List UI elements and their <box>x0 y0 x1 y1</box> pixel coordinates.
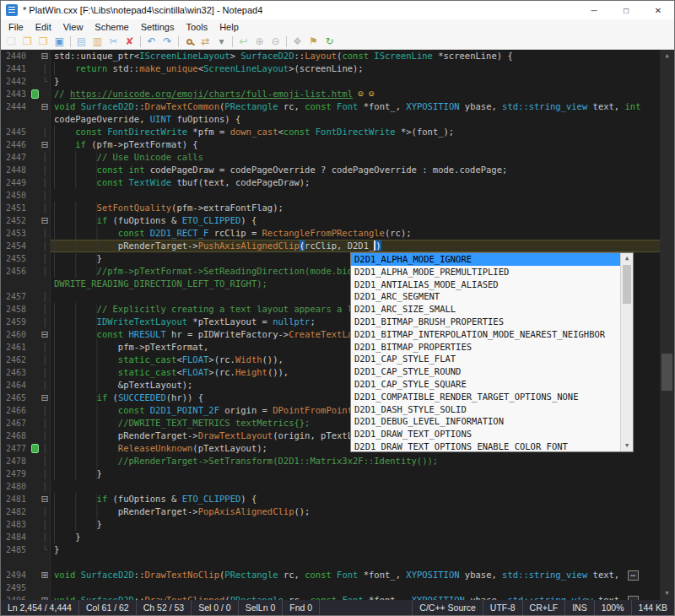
menu-item-scheme[interactable]: Scheme <box>89 21 134 33</box>
code-row[interactable]: 2485└} <box>1 543 660 556</box>
autocomplete-item[interactable]: D2D1_CAP_STYLE_SQUARE <box>351 378 620 391</box>
bookmark-margin[interactable] <box>30 62 40 75</box>
status-segment[interactable]: 100% <box>594 600 631 615</box>
line-number[interactable] <box>1 113 30 126</box>
title-bar[interactable]: * PlatWin.cxx [F:\Libs\notepad4\scintill… <box>1 1 674 19</box>
autocomplete-item[interactable]: D2D1_DRAW_TEXT_OPTIONS_ENABLE_COLOR_FONT <box>351 440 620 451</box>
bookmark-margin[interactable] <box>30 227 40 240</box>
line-number[interactable]: 2457 <box>1 290 30 303</box>
status-segment[interactable]: UTF-8 <box>483 600 522 615</box>
fold-margin[interactable]: │ <box>40 164 51 176</box>
fold-margin[interactable]: │ <box>40 518 51 531</box>
bookmark-margin[interactable] <box>30 505 40 518</box>
code-row[interactable]: 2494⊞void SurfaceD2D::DrawTextNoClip(PRe… <box>1 569 660 581</box>
status-segment[interactable]: INS <box>564 600 594 615</box>
code-row[interactable]: 2479│} <box>1 467 660 480</box>
bookmark-margin[interactable] <box>30 214 40 227</box>
fold-margin[interactable]: ⊞ <box>40 594 51 600</box>
line-number[interactable]: 2455 <box>1 252 30 265</box>
fold-margin[interactable]: │ <box>40 202 51 214</box>
line-number[interactable]: 2462 <box>1 354 30 366</box>
bookmark-margin[interactable] <box>30 50 40 62</box>
line-number[interactable]: 2456 <box>1 265 30 278</box>
toolbar-button-cut[interactable]: ✂ <box>105 35 122 49</box>
fold-margin[interactable] <box>40 556 51 569</box>
line-number[interactable]: 2448 <box>1 164 30 176</box>
bookmark-margin[interactable] <box>30 404 40 417</box>
line-number[interactable]: 2442 <box>1 75 30 88</box>
code-row[interactable]: 2442└} <box>1 75 660 88</box>
code-row[interactable]: 2447│// Use Unicode calls <box>1 151 660 164</box>
bookmark-margin[interactable] <box>30 126 40 138</box>
fold-margin[interactable]: ⊟ <box>40 392 51 404</box>
bookmark-margin[interactable] <box>30 265 40 278</box>
status-segment[interactable]: C/C++ Source <box>412 600 483 615</box>
code-row[interactable]: 2482│pRenderTarget->PopAxisAlignedClip()… <box>1 505 660 518</box>
autocomplete-scrollbar-thumb[interactable] <box>623 265 631 304</box>
toolbar-button-open-file[interactable]: ❐ <box>19 35 35 49</box>
line-number[interactable]: 2480 <box>1 480 30 493</box>
fold-margin[interactable]: │ <box>40 341 51 354</box>
toolbar-button-always-on-top[interactable]: ⚑ <box>305 35 321 49</box>
code-row[interactable]: 2441│return std::make_unique<ScreenLineL… <box>1 62 660 75</box>
menu-item-view[interactable]: View <box>57 21 89 33</box>
bookmark-margin[interactable] <box>30 379 40 392</box>
autocomplete-item[interactable]: D2D1_ANTIALIAS_MODE_ALIASED <box>351 278 620 291</box>
toolbar-button-encoding-dropdown[interactable]: ▾ <box>213 35 230 49</box>
autocomplete-item[interactable]: D2D1_ARC_SIZE_SMALL <box>351 303 620 316</box>
toolbar-button-redo[interactable]: ↷ <box>159 35 176 49</box>
bookmark-margin[interactable] <box>30 189 40 202</box>
line-number[interactable]: 2467 <box>1 417 30 430</box>
fold-margin[interactable] <box>40 88 51 100</box>
line-number[interactable]: 2447 <box>1 151 30 164</box>
status-segment[interactable]: Sel 0 / 0 <box>192 600 239 615</box>
bookmark-margin[interactable] <box>30 75 40 88</box>
line-number[interactable]: 2460 <box>1 328 30 341</box>
fold-margin[interactable]: ⊞ <box>40 569 51 581</box>
autocomplete-scroll-up-icon[interactable]: ▲ <box>621 253 633 264</box>
autocomplete-scroll-down-icon[interactable]: ▼ <box>621 440 633 451</box>
line-number[interactable]: 2441 <box>1 62 30 75</box>
fold-margin[interactable]: │ <box>40 480 51 493</box>
fold-margin[interactable]: │ <box>40 354 51 366</box>
toolbar-button-copy[interactable]: ▤ <box>73 35 89 49</box>
autocomplete-item[interactable]: D2D1_ALPHA_MODE_IGNORE <box>351 253 620 266</box>
fold-margin[interactable]: │ <box>40 240 51 252</box>
minimize-button[interactable]: ─ <box>578 1 610 19</box>
menu-item-file[interactable]: File <box>3 21 30 33</box>
line-number[interactable]: 2444 <box>1 100 30 113</box>
editor-scrollbar[interactable]: ▲ ▼ <box>660 50 674 600</box>
bookmark-margin[interactable] <box>30 581 40 594</box>
code-row[interactable]: 2495 <box>1 581 660 594</box>
bookmark-margin[interactable] <box>30 556 40 569</box>
fold-margin[interactable] <box>40 113 51 126</box>
autocomplete-item[interactable]: D2D1_BITMAP_INTERPOLATION_MODE_NEAREST_N… <box>351 328 620 341</box>
bookmark-margin[interactable] <box>30 113 40 126</box>
fold-margin[interactable] <box>40 581 51 594</box>
autocomplete-item[interactable]: D2D1_ALPHA_MODE_PREMULTIPLIED <box>351 266 620 278</box>
bookmark-margin[interactable] <box>30 594 40 600</box>
line-number[interactable]: 2466 <box>1 404 30 417</box>
bookmark-margin[interactable] <box>30 417 40 430</box>
code-row[interactable]: 2478│//pRenderTarget->SetTransform(D2D1:… <box>1 455 660 467</box>
fold-margin[interactable]: └ <box>40 543 51 556</box>
code-row[interactable]: 2454│pRenderTarget->PushAxisAlignedClip(… <box>1 240 660 252</box>
fold-margin[interactable]: ⊟ <box>40 493 51 505</box>
fold-margin[interactable]: │ <box>40 366 51 379</box>
line-number[interactable] <box>1 278 30 290</box>
bookmark-margin[interactable] <box>30 354 40 366</box>
scrollbar-thumb[interactable] <box>662 354 672 391</box>
bookmark-margin[interactable] <box>30 202 40 214</box>
bookmark-margin[interactable] <box>30 341 40 354</box>
bookmark-margin[interactable] <box>30 290 40 303</box>
fold-margin[interactable]: │ <box>40 379 51 392</box>
autocomplete-item[interactable]: D2D1_DEBUG_LEVEL_INFORMATION <box>351 415 620 428</box>
line-number[interactable]: 2484 <box>1 531 30 543</box>
fold-margin[interactable]: │ <box>40 176 51 189</box>
bookmark-margin[interactable] <box>30 252 40 265</box>
fold-margin[interactable]: │ <box>40 455 51 467</box>
fold-margin[interactable]: │ <box>40 290 51 303</box>
line-number[interactable]: 2459 <box>1 316 30 328</box>
bookmark-margin[interactable] <box>30 151 40 164</box>
code-row[interactable]: 2496⊞void SurfaceD2D::DrawTextClipped(PR… <box>1 594 660 600</box>
